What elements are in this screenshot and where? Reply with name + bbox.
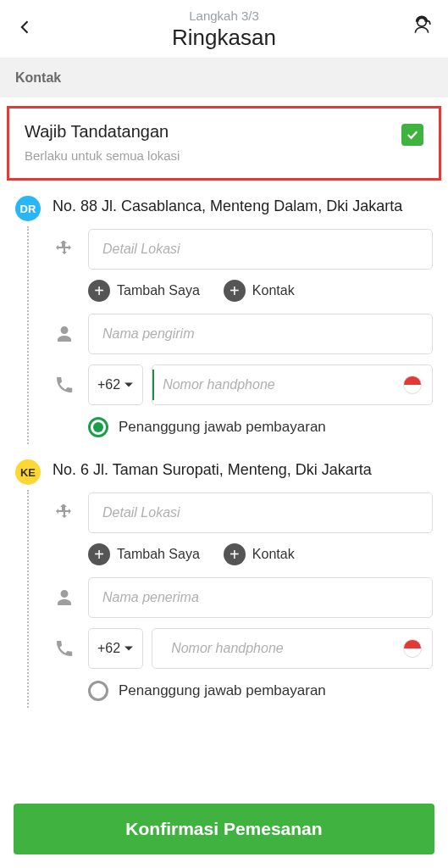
detail-location-input[interactable] — [88, 492, 433, 533]
marker-column: DR — [15, 196, 41, 444]
phone-input-wrap — [152, 628, 433, 669]
page-title: Ringkasan — [14, 25, 434, 51]
phone-icon — [53, 638, 76, 659]
chevron-down-icon — [124, 380, 134, 390]
support-button[interactable] — [409, 12, 434, 37]
detail-row — [53, 229, 433, 270]
detail-row — [53, 492, 433, 533]
person-icon — [53, 324, 76, 344]
footer: Konfirmasi Pemesanan — [0, 793, 448, 868]
plus-icon: + — [88, 543, 110, 565]
add-self-label: Tambah Saya — [117, 547, 200, 562]
phone-input[interactable] — [163, 629, 403, 668]
signature-required-box: Wajib Tandatangan Berlaku untuk semua lo… — [7, 106, 441, 181]
phone-row: +62 — [53, 364, 433, 405]
country-code-value: +62 — [97, 641, 120, 656]
phone-group: +62 — [88, 628, 433, 669]
add-contact-label: Kontak — [252, 283, 295, 298]
route-line — [27, 226, 29, 444]
add-contact-button[interactable]: + Kontak — [224, 543, 295, 565]
payer-radio[interactable] — [88, 417, 108, 437]
country-code-value: +62 — [97, 377, 120, 392]
marker-column: KE — [15, 459, 41, 708]
move-icon — [53, 239, 76, 259]
add-contact-row: + Tambah Saya + Kontak — [88, 543, 433, 565]
phone-input[interactable] — [154, 365, 403, 404]
phone-icon — [53, 375, 76, 395]
plus-icon: + — [88, 280, 110, 302]
plus-icon: + — [224, 543, 246, 565]
country-code-select[interactable]: +62 — [88, 364, 143, 405]
name-row — [53, 577, 433, 618]
back-button[interactable] — [14, 15, 37, 39]
detail-location-input[interactable] — [88, 229, 433, 270]
app-header: Langkah 3/3 Ringkasan — [0, 0, 448, 58]
add-contact-label: Kontak — [252, 547, 295, 562]
signature-checkbox[interactable] — [401, 124, 423, 146]
add-self-button[interactable]: + Tambah Saya — [88, 280, 200, 302]
route-line — [27, 490, 29, 708]
receiver-name-input[interactable] — [88, 577, 433, 618]
name-row — [53, 314, 433, 354]
add-self-button[interactable]: + Tambah Saya — [88, 543, 200, 565]
signature-subtitle: Berlaku untuk semua lokasi — [25, 148, 180, 163]
origin-address: No. 88 Jl. Casablanca, Menteng Dalam, Dk… — [53, 196, 433, 217]
destination-marker: KE — [15, 459, 41, 485]
phone-row: +62 — [53, 628, 433, 669]
location-destination: KE No. 6 Jl. Taman Suropati, Menteng, Dk… — [15, 459, 433, 708]
confirm-order-button[interactable]: Konfirmasi Pemesanan — [14, 804, 434, 854]
flag-indonesia-icon — [403, 376, 422, 394]
location-origin: DR No. 88 Jl. Casablanca, Menteng Dalam,… — [15, 196, 433, 444]
origin-marker: DR — [15, 196, 41, 221]
destination-address: No. 6 Jl. Taman Suropati, Menteng, Dki J… — [53, 459, 433, 481]
move-icon — [53, 503, 76, 523]
add-contact-button[interactable]: + Kontak — [224, 280, 295, 302]
step-label: Langkah 3/3 — [14, 8, 434, 23]
payer-row[interactable]: Penanggung jawab pembayaran — [88, 417, 433, 437]
chevron-down-icon — [124, 643, 134, 654]
payer-radio[interactable] — [88, 681, 108, 701]
person-icon — [53, 587, 76, 608]
location-body: No. 6 Jl. Taman Suropati, Menteng, Dki J… — [53, 459, 433, 708]
payer-label: Penanggung jawab pembayaran — [119, 419, 326, 436]
plus-icon: + — [224, 280, 246, 302]
payer-label: Penanggung jawab pembayaran — [119, 682, 326, 699]
signature-title: Wajib Tandatangan — [25, 122, 180, 142]
flag-indonesia-icon — [403, 639, 422, 658]
country-code-select[interactable]: +62 — [88, 628, 143, 669]
header-center: Langkah 3/3 Ringkasan — [14, 8, 434, 51]
location-body: No. 88 Jl. Casablanca, Menteng Dalam, Dk… — [53, 196, 433, 444]
add-self-label: Tambah Saya — [117, 283, 200, 298]
locations-list: DR No. 88 Jl. Casablanca, Menteng Dalam,… — [0, 196, 448, 708]
add-contact-row: + Tambah Saya + Kontak — [88, 280, 433, 302]
sender-name-input[interactable] — [88, 314, 433, 354]
phone-input-wrap — [152, 364, 433, 405]
signature-text: Wajib Tandatangan Berlaku untuk semua lo… — [25, 122, 180, 163]
section-header-contact: Kontak — [0, 58, 448, 97]
phone-group: +62 — [88, 364, 433, 405]
payer-row[interactable]: Penanggung jawab pembayaran — [88, 681, 433, 701]
